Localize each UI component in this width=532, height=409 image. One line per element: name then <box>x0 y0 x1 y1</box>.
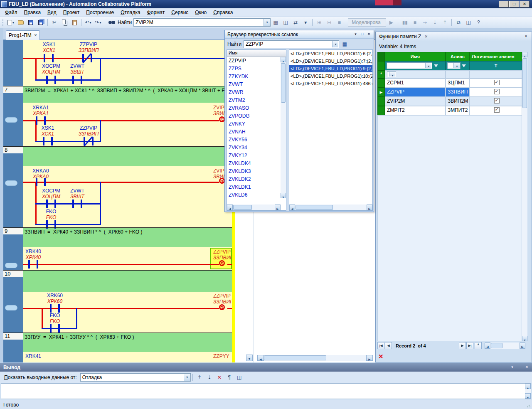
contact-xrka0[interactable] <box>36 178 46 186</box>
reference-item[interactable]: <LD>,(DEVICE1,FBU_LD,PROG1):486:(1 <box>289 80 372 87</box>
combo-dropdown-icon[interactable] <box>453 63 460 68</box>
prev-message-button[interactable]: ⇡ <box>195 373 204 382</box>
xref-close-icon[interactable] <box>366 32 372 37</box>
list-item[interactable]: ZVTM2 <box>227 96 286 104</box>
search-references-button[interactable]: ▦ <box>340 40 350 49</box>
list-item[interactable]: ZVNAH <box>227 128 286 136</box>
menu-view[interactable]: Вид <box>44 8 60 17</box>
name-filter-combobox[interactable] <box>387 62 432 69</box>
save-all-button[interactable] <box>36 18 45 27</box>
new-row-indicator[interactable]: * <box>377 70 385 79</box>
xref-title-bar[interactable]: Браузер перекрестных ссылок <box>225 30 374 39</box>
rung-11-body[interactable] <box>23 352 232 362</box>
row-indicator[interactable] <box>377 106 385 115</box>
vscroll-up-icon[interactable] <box>525 384 531 389</box>
menu-file[interactable]: Файл <box>2 8 21 17</box>
open-button[interactable] <box>16 18 25 27</box>
hscroll-right-icon[interactable] <box>367 204 372 210</box>
editor-scroll-down-icon[interactable] <box>246 355 253 361</box>
redo-button[interactable]: ↷▾ <box>94 18 103 27</box>
run-button[interactable]: ▶ <box>387 18 396 27</box>
new-row-alias-cell[interactable] <box>446 70 470 79</box>
column-header-name[interactable]: Имя <box>385 52 446 61</box>
menu-debug[interactable]: Отладка <box>117 8 143 17</box>
cell-value[interactable] <box>470 106 522 115</box>
list-item[interactable]: ZZPVIP <box>227 57 286 65</box>
menu-edit[interactable]: Правка <box>21 8 44 17</box>
contact-nc-zzpvip[interactable] <box>82 54 92 62</box>
record-last-button[interactable] <box>466 342 473 349</box>
coil-set-zvip2m[interactable]: S <box>219 116 225 122</box>
rung-7-number[interactable]: 7 <box>3 86 23 93</box>
menu-project[interactable]: Проект <box>60 8 83 17</box>
list-item[interactable]: ZVWT <box>227 81 286 89</box>
step-over-button[interactable]: ⇢ <box>420 18 429 27</box>
combo-dropdown-icon[interactable] <box>389 72 395 76</box>
clear-output-button[interactable]: ✕ <box>215 373 224 382</box>
toolbar-grip[interactable] <box>2 19 4 26</box>
coil-reset-zzpvip[interactable]: R <box>219 304 225 310</box>
rung-10-header[interactable] <box>23 271 232 292</box>
coil-reset-zvip2m[interactable]: R <box>219 178 225 184</box>
hscroll-right-icon[interactable] <box>275 204 281 210</box>
tab-prog1[interactable]: Prog1-ПМ ✕ <box>6 30 40 40</box>
contact-xrk40[interactable] <box>28 260 38 269</box>
hscroll-thumb[interactable] <box>233 205 252 210</box>
rebuild-button[interactable]: ⊟ <box>325 18 334 27</box>
rung-8-handle[interactable] <box>5 180 17 186</box>
reference-item[interactable]: <LD>,(DEVICE1,FBU_LD,PROG1):10:(2, <box>289 72 372 80</box>
cell-value[interactable] <box>470 79 522 88</box>
record-prev-button[interactable] <box>385 342 392 349</box>
save-button[interactable] <box>26 18 35 27</box>
reference-item[interactable]: <LD>,(DEVICE1,FBU_LD,PROG1):6:(2,2 <box>289 50 372 57</box>
cell-alias-selected[interactable]: ЗЗПВИП <box>446 88 470 97</box>
cell-alias[interactable]: ЗВИП2М <box>446 97 470 106</box>
output-close-icon[interactable] <box>524 365 530 370</box>
delete-record-icon[interactable]: ✕ <box>378 353 384 360</box>
value-checkbox[interactable] <box>494 80 500 85</box>
panel-close-icon[interactable]: ✕ <box>424 34 428 39</box>
value-checkbox[interactable] <box>494 98 500 103</box>
output-source-combobox[interactable]: Отладка <box>80 373 191 382</box>
list-item[interactable]: ZVKY56 <box>227 136 286 144</box>
value-checkbox[interactable] <box>494 107 500 113</box>
new-row-value-cell[interactable] <box>470 70 522 79</box>
row-indicator[interactable] <box>377 79 385 88</box>
record-first-button[interactable] <box>377 342 384 349</box>
ladder-editor[interactable]: 7 8 9 10 11 XSK1ХСК1 ZZPVIPЗЗПВИП XOCPMХ… <box>3 40 254 362</box>
menu-help[interactable]: Справка <box>210 8 236 17</box>
list-item[interactable]: ZVKY34 <box>227 144 286 152</box>
contact-nc-zzpvip[interactable] <box>84 137 94 145</box>
contact-zvwt[interactable] <box>72 76 82 84</box>
rung-8-header[interactable] <box>23 147 232 166</box>
rung-7-handle[interactable] <box>5 117 17 123</box>
output-content[interactable] <box>1 383 531 399</box>
copy-button[interactable] <box>60 18 69 27</box>
filter-funnel-icon[interactable] <box>434 64 438 67</box>
maximize-button[interactable] <box>509 1 519 7</box>
cell-alias[interactable]: ЗМПИТ2 <box>446 106 470 115</box>
cell-name-selected[interactable]: ZZPVIP <box>385 88 446 97</box>
paste-button[interactable] <box>70 18 79 27</box>
help-button[interactable]: ? <box>474 18 483 27</box>
list-item[interactable]: ZVPODG <box>227 112 286 120</box>
tab-close-icon[interactable]: ✕ <box>34 33 37 37</box>
word-wrap-button[interactable]: ¶ <box>225 373 234 382</box>
minimize-button[interactable] <box>499 1 509 7</box>
menu-build[interactable]: Построение <box>83 8 117 17</box>
cell-name[interactable]: ZCPM1 <box>385 79 446 88</box>
row-indicator-current[interactable]: ▶ <box>377 88 385 97</box>
pause-button[interactable]: ▮▮ <box>400 18 409 27</box>
vscroll-thumb[interactable] <box>281 63 286 103</box>
xref-find-combobox[interactable]: ZZPVIP <box>244 40 339 48</box>
row-indicator[interactable] <box>377 97 385 106</box>
vscroll-down-icon[interactable] <box>281 193 286 198</box>
menu-tools[interactable]: Сервис <box>168 8 192 17</box>
filter-funnel-icon[interactable] <box>462 64 466 67</box>
rung-9-body[interactable] <box>23 247 232 270</box>
alias-filter-combobox[interactable] <box>447 62 461 69</box>
output-title-bar[interactable]: Вывод <box>0 363 532 372</box>
list-item[interactable]: ZVKLD6 <box>227 191 286 199</box>
hscroll-thumb[interactable] <box>296 205 333 210</box>
column-header-value[interactable]: Логическое значен <box>470 52 522 61</box>
